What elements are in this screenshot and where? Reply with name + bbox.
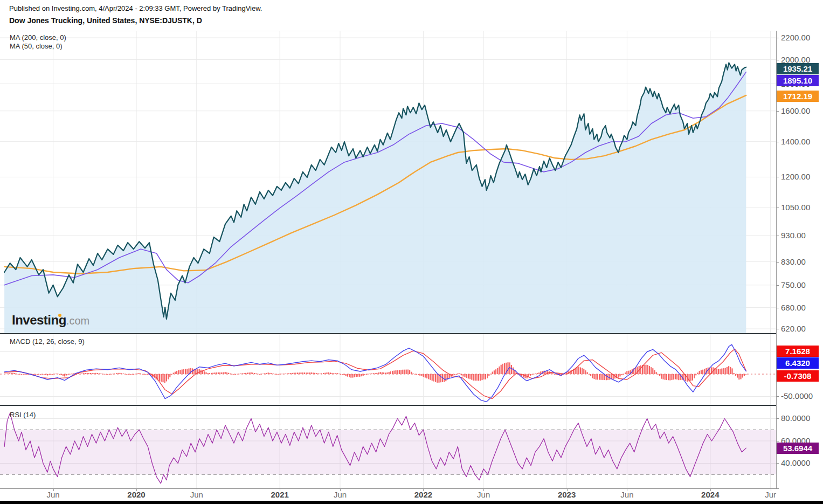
price-area-fill xyxy=(4,63,746,334)
chart-title: Dow Jones Trucking, United States, NYSE:… xyxy=(9,16,202,25)
macd-pane[interactable] xyxy=(0,334,776,405)
price-axis-label: 620.00 xyxy=(781,325,821,333)
pane-separator-macd xyxy=(0,333,776,334)
time-axis-label[interactable]: 2024 xyxy=(691,490,729,499)
price-indicator-legend: MA (200, close, 0) MA (50, close, 0) xyxy=(10,33,66,51)
time-axis-label[interactable]: Jun xyxy=(34,490,72,499)
price-pane[interactable] xyxy=(0,31,776,334)
price-axis-label: 1050.00 xyxy=(781,203,821,212)
price-value-badge: 1712.19 xyxy=(777,91,819,102)
price-value-badge: 1895.10 xyxy=(777,75,819,86)
rsi-axis-label: 80.0000 xyxy=(781,414,821,423)
time-axis-label[interactable]: Jun xyxy=(178,490,216,499)
ma200-label: MA (200, close, 0) xyxy=(10,33,66,42)
price-axis-label: 830.00 xyxy=(781,258,821,266)
price-axis-label: 1200.00 xyxy=(781,172,821,181)
rsi-value-badge: 53.6944 xyxy=(777,443,819,454)
bottom-frame-bar xyxy=(0,501,823,504)
price-value-badge: 1935.21 xyxy=(777,63,819,74)
macd-label: MACD (12, 26, close, 9) xyxy=(10,337,85,346)
macd-value-badge: 7.1628 xyxy=(777,346,819,357)
time-axis-label[interactable]: Jur xyxy=(752,490,790,499)
macd-value-badge: -0.7308 xyxy=(777,370,819,382)
rsi-axis-label: 40.0000 xyxy=(781,459,821,467)
logo-orange-dot-icon xyxy=(58,314,61,317)
investing-logo-suffix: .com xyxy=(66,315,89,327)
ma50-label: MA (50, close, 0) xyxy=(10,42,66,51)
time-axis-label[interactable]: 2023 xyxy=(548,490,586,499)
macd-axis-label: -50.0000 xyxy=(781,392,821,401)
price-axis-label: 750.00 xyxy=(781,281,821,289)
price-axis-label: 680.00 xyxy=(781,303,821,312)
price-axis-label: 930.00 xyxy=(781,231,821,240)
time-axis-label[interactable]: 2022 xyxy=(404,490,442,499)
macd-value-badge: 6.4320 xyxy=(777,357,819,369)
pane-separator-rsi xyxy=(0,405,776,406)
published-line: Published on Investing.com, 4/Apr/2024 -… xyxy=(9,4,262,12)
investing-logo: Investing.com xyxy=(12,313,89,328)
time-axis-label[interactable]: Jun xyxy=(608,490,646,499)
time-axis-label[interactable]: 2020 xyxy=(117,490,155,499)
time-axis-label[interactable]: Jun xyxy=(321,490,359,499)
price-axis-label: 1400.00 xyxy=(781,137,821,146)
time-axis-label[interactable]: Jun xyxy=(465,490,502,499)
price-axis-label: 2200.00 xyxy=(781,33,821,42)
time-axis-label[interactable]: 2021 xyxy=(261,490,299,499)
time-scale-line[interactable] xyxy=(0,488,779,489)
price-axis-label: 1600.00 xyxy=(781,107,821,115)
rsi-label: RSI (14) xyxy=(10,411,36,419)
rsi-pane[interactable] xyxy=(0,406,776,488)
chart-page: Published on Investing.com, 4/Apr/2024 -… xyxy=(0,0,823,504)
